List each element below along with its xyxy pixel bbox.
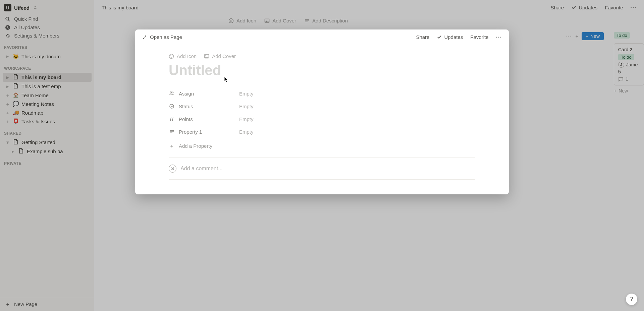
avatar: S xyxy=(169,165,176,173)
tag-icon xyxy=(169,103,175,109)
comment-input[interactable] xyxy=(180,166,475,172)
property-name: Status xyxy=(179,104,193,109)
image-icon xyxy=(204,54,209,59)
hash-icon xyxy=(169,116,175,122)
svg-point-6 xyxy=(170,55,171,56)
open-as-page-button[interactable]: Open as Page xyxy=(142,34,182,40)
property-name: Points xyxy=(179,116,193,122)
modal-favorite-button[interactable]: Favorite xyxy=(470,34,488,40)
property-row-1[interactable]: StatusEmpty xyxy=(169,100,475,113)
svg-point-12 xyxy=(170,104,174,108)
svg-point-7 xyxy=(172,55,172,56)
help-button[interactable]: ? xyxy=(626,294,637,305)
text-icon xyxy=(169,129,175,135)
add-property-button[interactable]: + Add a Property xyxy=(169,138,475,153)
property-name: Assign xyxy=(179,91,194,97)
property-value[interactable]: Empty xyxy=(239,129,254,135)
divider xyxy=(169,158,475,158)
svg-point-11 xyxy=(172,92,173,93)
modal-updates-button[interactable]: Updates xyxy=(437,34,463,40)
modal-body: Add Icon Add Cover AssignEmptyStatusEmpt… xyxy=(135,42,509,194)
person-icon xyxy=(169,90,175,97)
page-modal: Open as Page Share Updates Favorite ··· … xyxy=(135,29,509,194)
modal-share-button[interactable]: Share xyxy=(416,34,429,40)
modal-add-icon-button[interactable]: Add Icon xyxy=(169,53,197,59)
expand-icon xyxy=(142,35,147,40)
svg-point-5 xyxy=(169,54,174,58)
modal-topbar: Open as Page Share Updates Favorite ··· xyxy=(135,29,509,42)
plus-icon: + xyxy=(169,143,175,149)
property-value[interactable]: Empty xyxy=(239,91,254,97)
check-icon xyxy=(437,35,442,40)
property-row-0[interactable]: AssignEmpty xyxy=(169,87,475,100)
divider xyxy=(169,179,475,180)
comment-row: S xyxy=(169,163,475,179)
svg-point-9 xyxy=(206,55,206,56)
property-row-3[interactable]: Property 1Empty xyxy=(169,125,475,138)
modal-add-cover-button[interactable]: Add Cover xyxy=(204,53,236,59)
modal-more-icon[interactable]: ··· xyxy=(496,34,502,40)
property-row-2[interactable]: PointsEmpty xyxy=(169,113,475,125)
properties-list: AssignEmptyStatusEmptyPointsEmptyPropert… xyxy=(169,82,475,138)
page-title-input[interactable] xyxy=(169,61,475,82)
property-name: Property 1 xyxy=(179,129,202,135)
smiley-icon xyxy=(169,54,174,59)
property-value[interactable]: Empty xyxy=(239,116,254,122)
svg-point-10 xyxy=(170,92,171,93)
property-value[interactable]: Empty xyxy=(239,104,254,109)
modal-overlay[interactable]: Open as Page Share Updates Favorite ··· … xyxy=(0,0,644,311)
